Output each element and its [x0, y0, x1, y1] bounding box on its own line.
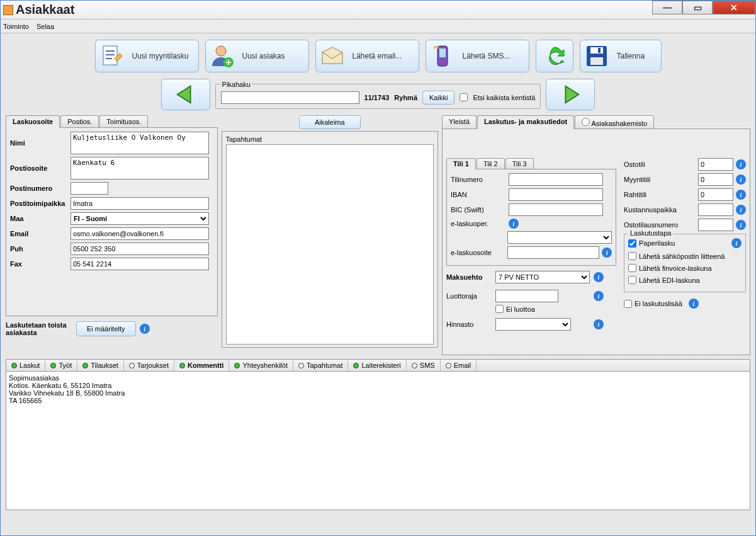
elaskuosoite-input[interactable]: [507, 246, 600, 259]
postinumero-label: Postinumero: [10, 185, 71, 192]
quick-search-input[interactable]: [221, 91, 359, 104]
minimize-button[interactable]: —: [652, 1, 682, 14]
ostotili-label: Ostotili: [624, 161, 698, 168]
fax-input[interactable]: [71, 258, 209, 270]
btab-tarjoukset[interactable]: Tarjoukset: [124, 360, 174, 371]
person-add-icon: [210, 43, 235, 69]
ei-maaritelty-button[interactable]: Ei määritelty: [76, 321, 136, 336]
dot-icon: [82, 363, 88, 368]
laskutustapa-group: Laskutustapa Paperilaskui Lähetä sähköpo…: [624, 234, 746, 292]
invoice-icon: [99, 43, 125, 69]
arrow-left-icon: [174, 83, 198, 106]
tab-toimitusos[interactable]: Toimitusos.: [99, 115, 148, 128]
tab-laskuosoite[interactable]: Laskuosoite: [6, 115, 60, 128]
tab-laskutus[interactable]: Laskutus- ja maksutiedot: [477, 115, 574, 129]
btab-laiterekisteri[interactable]: Laiterekisteri: [348, 360, 406, 371]
send-sms-button[interactable]: Lähetä SMS...: [426, 40, 529, 72]
ostotili-input[interactable]: [698, 158, 733, 171]
btab-kommentti[interactable]: Kommentti: [174, 360, 229, 371]
postitoimipaikka-input[interactable]: [71, 197, 209, 210]
puh-input[interactable]: [71, 242, 209, 255]
myyntitili-input[interactable]: [698, 173, 733, 186]
bic-input[interactable]: [509, 203, 603, 216]
search-all-checkbox[interactable]: [460, 93, 468, 101]
info-icon[interactable]: i: [736, 174, 746, 185]
close-button[interactable]: ✕: [713, 1, 755, 14]
tapahtumat-label: Tapahtumat: [226, 135, 434, 143]
myyntitili-label: Myyntitili: [624, 176, 698, 183]
sahkoposti-checkbox[interactable]: [628, 252, 636, 260]
postinumero-input[interactable]: [71, 182, 108, 195]
maksuehto-select[interactable]: 7 PV NETTO: [495, 271, 590, 283]
tab-tili1[interactable]: Tili 1: [446, 158, 476, 169]
send-email-button[interactable]: Lähetä email...: [315, 40, 419, 72]
hinnasto-label: Hinnasto: [446, 321, 495, 328]
dot-icon: [50, 363, 56, 368]
hakemisto-radio[interactable]: [582, 118, 590, 126]
aikaleima-button[interactable]: Aikaleima: [299, 115, 361, 129]
menu-selaa[interactable]: Selaa: [37, 23, 54, 30]
ostotilausnumero-input[interactable]: [698, 219, 733, 231]
info-icon[interactable]: i: [689, 299, 699, 309]
comment-textarea[interactable]: Sopimusasiakas Kotios. Käenkatu 6, 55120…: [6, 372, 750, 510]
ei-luottoa-checkbox[interactable]: [495, 305, 504, 313]
info-icon[interactable]: i: [736, 220, 746, 230]
edi-checkbox[interactable]: [628, 276, 636, 284]
tilinumero-input[interactable]: [509, 173, 603, 186]
postiosoite-input[interactable]: Käenkatu 6: [71, 157, 209, 180]
customers-window: Asiakkaat — ▭ ✕ Toiminto Selaa Uusi myyn…: [0, 0, 756, 536]
maximize-button[interactable]: ▭: [682, 1, 713, 14]
tab-yleista[interactable]: Yleistä: [442, 115, 477, 129]
info-icon[interactable]: i: [594, 272, 604, 282]
rahtitili-input[interactable]: [698, 188, 733, 201]
info-icon[interactable]: i: [509, 219, 519, 229]
info-icon[interactable]: i: [140, 324, 150, 334]
nimi-input[interactable]: Kuljetusliike O Valkonen Oy: [71, 132, 209, 154]
info-icon[interactable]: i: [594, 319, 604, 329]
accounting-col: Ostotili i Myyntitili i Rahtitili i Kust…: [624, 133, 746, 351]
tab-tili2[interactable]: Tili 2: [477, 158, 505, 169]
info-icon[interactable]: i: [731, 238, 742, 248]
tapahtumat-list[interactable]: [226, 144, 434, 345]
btab-laskut[interactable]: Laskut: [6, 360, 45, 371]
iban-input[interactable]: [509, 188, 603, 201]
save-button[interactable]: Tallenna: [580, 40, 662, 72]
maa-select[interactable]: FI - Suomi: [71, 212, 209, 225]
nav-row: Pikahaku 11/1743 Ryhmä Kaikki Etsi kaiki…: [1, 76, 755, 115]
arrow-right-icon: [558, 83, 582, 106]
tab-hakemisto[interactable]: Asiakashakemisto: [575, 115, 654, 129]
billing-column: Yleistä Laskutus- ja maksutiedot Asiakas…: [442, 115, 750, 355]
btab-tapahtumat[interactable]: Tapahtumat: [293, 360, 348, 371]
menu-toiminto[interactable]: Toiminto: [3, 23, 29, 30]
address-column: Laskuosoite Postios. Toimitusos. Nimi Ku…: [6, 115, 218, 355]
email-input[interactable]: [71, 227, 209, 240]
btab-yhteyshenkilot[interactable]: Yhteyshenkilöt: [229, 360, 293, 371]
ei-laskutuslisaa-checkbox[interactable]: [624, 300, 632, 308]
paperilasku-checkbox[interactable]: [628, 239, 636, 248]
info-icon[interactable]: i: [602, 248, 612, 258]
tab-postios[interactable]: Postios.: [60, 115, 99, 128]
new-customer-button[interactable]: Uusi asiakas: [205, 40, 309, 72]
new-invoice-button[interactable]: Uusi myyntilasku: [95, 40, 199, 72]
tab-tili3[interactable]: Tili 3: [505, 158, 534, 169]
btab-tilaukset[interactable]: Tilaukset: [77, 360, 124, 371]
info-icon[interactable]: i: [736, 159, 746, 169]
prev-button[interactable]: [161, 79, 210, 110]
btab-sms[interactable]: SMS: [407, 360, 441, 371]
refresh-button[interactable]: [536, 40, 573, 72]
luottoraja-input[interactable]: [495, 290, 558, 302]
next-button[interactable]: [546, 79, 595, 110]
kustannuspaikka-input[interactable]: [698, 203, 733, 216]
info-icon[interactable]: i: [594, 291, 604, 301]
btab-tyot[interactable]: Työt: [45, 360, 77, 371]
info-icon[interactable]: i: [736, 190, 746, 200]
hinnasto-select[interactable]: [495, 318, 571, 331]
dot-icon: [11, 363, 17, 368]
btab-email[interactable]: Email: [441, 360, 477, 371]
finvoice-checkbox[interactable]: [628, 264, 636, 272]
info-icon[interactable]: i: [736, 205, 746, 215]
kaikki-button[interactable]: Kaikki: [422, 91, 454, 105]
search-all-label: Etsi kaikista kentistä: [473, 94, 535, 101]
elaskuoper-select[interactable]: [507, 231, 612, 244]
dot-icon: [353, 363, 359, 368]
